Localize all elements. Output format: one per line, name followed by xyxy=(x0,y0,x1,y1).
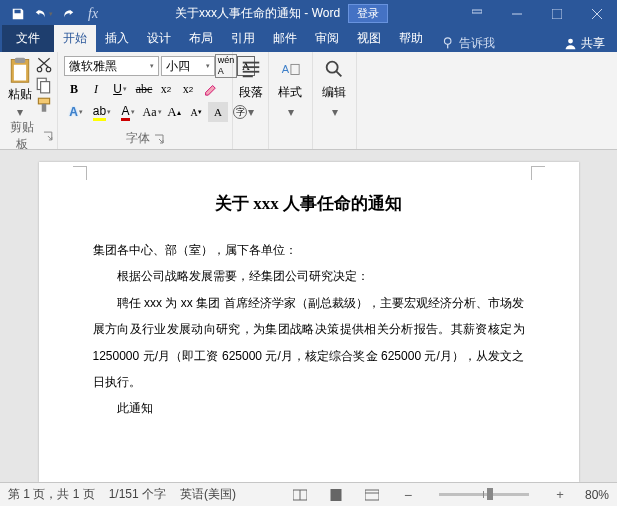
group-label-font: 字体 xyxy=(126,130,150,147)
status-words[interactable]: 1/151 个字 xyxy=(109,486,166,503)
svg-line-26 xyxy=(336,70,342,76)
svg-rect-2 xyxy=(552,9,562,19)
svg-rect-16 xyxy=(41,82,50,93)
tab-file[interactable]: 文件 xyxy=(2,25,54,52)
window-controls xyxy=(457,0,617,27)
copy-icon[interactable] xyxy=(35,76,53,94)
svg-rect-29 xyxy=(331,489,341,501)
clear-formatting-icon[interactable] xyxy=(200,79,220,99)
margin-corner-icon xyxy=(531,166,545,180)
svg-point-5 xyxy=(444,38,451,45)
svg-rect-17 xyxy=(38,98,49,104)
svg-text:A: A xyxy=(282,62,290,74)
dialog-launcher-icon[interactable] xyxy=(43,131,53,141)
tab-design[interactable]: 设计 xyxy=(138,25,180,52)
document-title: 关于xxx人事任命的通知 - Word xyxy=(175,5,340,22)
svg-rect-30 xyxy=(365,490,379,500)
formula-icon: fx xyxy=(80,6,106,22)
quick-access-toolbar: ▾ xyxy=(0,3,80,25)
close-icon[interactable] xyxy=(577,0,617,27)
read-mode-icon[interactable] xyxy=(289,486,311,504)
svg-rect-6 xyxy=(447,44,448,48)
page[interactable]: 关于 xxx 人事任命的通知 集团各中心、部（室），属下各单位： 根据公司战略发… xyxy=(39,162,579,482)
group-editing: 编辑▾ xyxy=(313,52,357,149)
zoom-level[interactable]: 80% xyxy=(585,488,609,502)
svg-rect-0 xyxy=(472,10,482,13)
svg-rect-24 xyxy=(291,64,299,74)
tab-view[interactable]: 视图 xyxy=(348,25,390,52)
tab-insert[interactable]: 插入 xyxy=(96,25,138,52)
doc-para[interactable]: 聘任 xxx 为 xx 集团 首席经济学家（副总裁级），主要宏观经济分析、市场发… xyxy=(93,290,525,396)
font-size-combo[interactable]: 小四▾ xyxy=(161,56,215,76)
text-effects-icon[interactable]: A▾ xyxy=(64,102,88,122)
title-bar: ▾ fx 关于xxx人事任命的通知 - Word 登录 xyxy=(0,0,617,27)
maximize-icon[interactable] xyxy=(537,0,577,27)
doc-para[interactable]: 根据公司战略发展需要，经集团公司研究决定： xyxy=(93,263,525,289)
doc-para[interactable]: 集团各中心、部（室），属下各单位： xyxy=(93,237,525,263)
svg-rect-9 xyxy=(14,58,25,63)
status-language[interactable]: 英语(美国) xyxy=(180,486,236,503)
font-name-combo[interactable]: 微软雅黑▾ xyxy=(64,56,159,76)
window-title: 关于xxx人事任命的通知 - Word 登录 xyxy=(106,4,457,23)
group-font: 微软雅黑▾ 小四▾ wénA A B I U▾ abc x2 x2 A▾ ab▾ xyxy=(58,52,233,149)
tab-layout[interactable]: 布局 xyxy=(180,25,222,52)
ribbon-tabs: 文件 开始 插入 设计 布局 引用 邮件 审阅 视图 帮助 告诉我 共享 xyxy=(0,27,617,52)
group-styles: A 样式▾ xyxy=(269,52,313,149)
paste-button[interactable]: 粘贴 ▾ xyxy=(4,54,35,119)
editing-button[interactable]: 编辑▾ xyxy=(317,54,351,122)
tab-references[interactable]: 引用 xyxy=(222,25,264,52)
grow-font-icon[interactable]: A▴ xyxy=(164,102,184,122)
status-page[interactable]: 第 1 页，共 1 页 xyxy=(8,486,95,503)
tab-review[interactable]: 审阅 xyxy=(306,25,348,52)
svg-point-12 xyxy=(46,67,51,72)
change-case-icon[interactable]: Aa▾ xyxy=(142,102,162,122)
ribbon-options-icon[interactable] xyxy=(457,0,497,27)
subscript-button[interactable]: x2 xyxy=(156,79,176,99)
share-button[interactable]: 共享 xyxy=(552,35,617,52)
tab-mail[interactable]: 邮件 xyxy=(264,25,306,52)
font-color-icon[interactable]: A▾ xyxy=(116,102,140,122)
doc-para[interactable]: 此通知 xyxy=(93,395,525,421)
group-clipboard: 粘贴 ▾ 剪贴板 xyxy=(0,52,58,149)
document-area[interactable]: 关于 xxx 人事任命的通知 集团各中心、部（室），属下各单位： 根据公司战略发… xyxy=(0,150,617,482)
undo-icon[interactable]: ▾ xyxy=(31,3,55,25)
zoom-out-icon[interactable]: − xyxy=(397,486,419,504)
save-icon[interactable] xyxy=(6,3,30,25)
minimize-icon[interactable] xyxy=(497,0,537,27)
tab-home[interactable]: 开始 xyxy=(54,25,96,52)
char-shading-icon[interactable]: A xyxy=(208,102,228,122)
group-paragraph: 段落▾ xyxy=(233,52,269,149)
zoom-slider[interactable] xyxy=(439,493,529,496)
tab-help[interactable]: 帮助 xyxy=(390,25,432,52)
group-label-clipboard: 剪贴板 xyxy=(4,119,39,150)
strikethrough-button[interactable]: abc xyxy=(134,79,154,99)
underline-button[interactable]: U▾ xyxy=(108,79,132,99)
bold-button[interactable]: B xyxy=(64,79,84,99)
tell-me-search[interactable]: 告诉我 xyxy=(432,35,505,52)
shrink-font-icon[interactable]: A▾ xyxy=(186,102,206,122)
redo-icon[interactable] xyxy=(56,3,80,25)
styles-button[interactable]: A 样式▾ xyxy=(273,54,307,122)
highlight-color-icon[interactable]: ab▾ xyxy=(90,102,114,122)
svg-point-11 xyxy=(37,67,42,72)
cut-icon[interactable] xyxy=(35,56,53,74)
zoom-in-icon[interactable]: + xyxy=(549,486,571,504)
svg-line-13 xyxy=(40,58,50,67)
svg-rect-10 xyxy=(13,65,25,81)
svg-line-14 xyxy=(38,58,48,67)
doc-heading[interactable]: 关于 xxx 人事任命的通知 xyxy=(93,192,525,215)
paragraph-button[interactable]: 段落▾ xyxy=(237,54,264,122)
margin-corner-icon xyxy=(73,166,87,180)
dialog-launcher-icon[interactable] xyxy=(154,134,164,144)
ribbon: 粘贴 ▾ 剪贴板 微软雅黑▾ 小四▾ wénA A B I xyxy=(0,52,617,150)
svg-point-7 xyxy=(568,39,573,44)
print-layout-icon[interactable] xyxy=(325,486,347,504)
web-layout-icon[interactable] xyxy=(361,486,383,504)
login-button[interactable]: 登录 xyxy=(348,4,388,23)
doc-body[interactable]: 集团各中心、部（室），属下各单位： 根据公司战略发展需要，经集团公司研究决定： … xyxy=(93,237,525,422)
status-bar: 第 1 页，共 1 页 1/151 个字 英语(美国) − + 80% xyxy=(0,482,617,506)
svg-rect-18 xyxy=(42,104,47,112)
italic-button[interactable]: I xyxy=(86,79,106,99)
format-painter-icon[interactable] xyxy=(35,96,53,114)
superscript-button[interactable]: x2 xyxy=(178,79,198,99)
